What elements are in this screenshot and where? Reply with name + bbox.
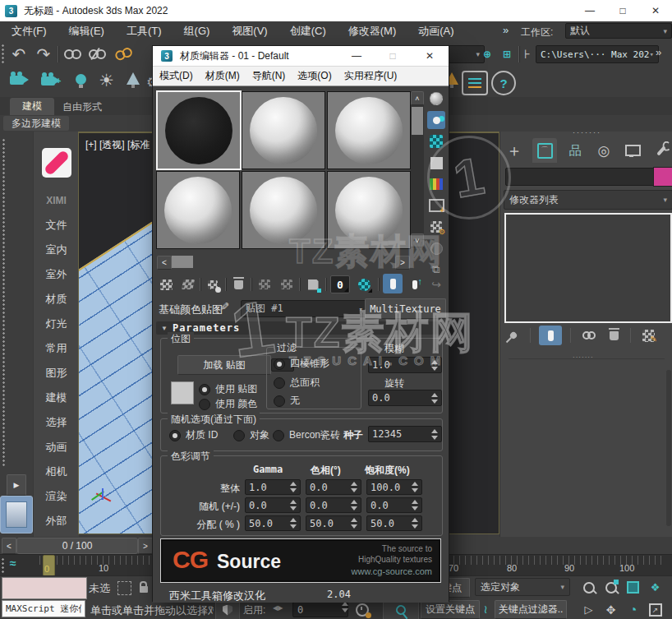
create-light-icon[interactable] [76,74,86,85]
zoom-extents-icon[interactable] [623,577,643,598]
frame-counter[interactable]: 0 / 100 [16,538,138,554]
random-saturation-spinner[interactable]: 0.0 [366,497,422,513]
material-slot[interactable] [242,171,325,249]
rotate-spinner[interactable]: 0.0 [368,390,442,406]
backlight-icon[interactable] [427,111,445,129]
tab-create-icon[interactable]: ＋ [504,140,525,161]
sidebar-item-light[interactable]: 灯光 [34,317,79,330]
expand-panel-button[interactable]: ▶ [7,474,26,496]
time-configuration-clock-icon[interactable] [353,601,371,619]
me-menu-utilities[interactable]: 实用程序(U) [344,69,398,83]
tab-modeling[interactable]: 建模 [10,98,54,115]
undo-icon[interactable]: ↶ [8,44,30,65]
seed-spinner[interactable]: 12345 [368,426,442,442]
sidebar-item-common[interactable]: 常用 [34,342,79,355]
redo-icon[interactable]: ↷ [33,44,54,65]
go-to-parent-icon[interactable]: ↑ [406,275,424,293]
sidebar-item-material[interactable]: 材质 [34,293,79,306]
set-key-mode-button[interactable]: 设置关键点 [421,600,480,619]
me-close-button[interactable]: ✕ [411,46,449,66]
pan-hand-icon[interactable]: ✥ [601,599,621,619]
slots-vertical-scrollbar[interactable]: ˄ ˅ [411,91,424,247]
field-of-view-icon[interactable]: ▷ [578,599,599,619]
filter-summed-area-radio[interactable]: 总面积 [274,376,320,390]
menu-overflow-icon[interactable]: » [503,24,509,36]
maxscript-mini-listener[interactable]: MAXScript 迷你侦听器 [2,600,85,617]
sidebar-item-external[interactable]: 外部 [34,515,79,528]
material-slot[interactable] [242,91,325,169]
object-name-field[interactable] [505,168,660,186]
options-icon[interactable]: ⚙ [427,218,445,236]
rollout-drag-dots[interactable]: ······· [573,353,594,361]
selection-region-icon[interactable] [117,581,131,595]
ximi-logo-icon[interactable] [42,148,71,178]
distribution-gamma-spinner[interactable]: 50.0 [245,515,301,531]
sidebar-item-exterior[interactable]: 室外 [34,268,79,281]
tab-freeform[interactable]: 自由形式 [62,100,102,114]
filter-none-radio[interactable]: 无 [274,394,300,408]
map-type-button[interactable]: MultiTexture [365,298,446,319]
new-key-curve-icon[interactable]: ≀ [478,600,493,617]
sidebar-item-animation[interactable]: 动画 [34,441,79,454]
go-to-sibling-icon[interactable]: ↪ [427,275,445,293]
show-end-result-icon[interactable] [539,326,562,345]
zoom-all-icon[interactable] [601,577,621,598]
material-slot[interactable] [156,171,240,249]
scroll-up-icon[interactable]: ˄ [411,91,424,105]
subtab-polygon-modeling[interactable]: 多边形建模 [3,116,69,131]
random-by-bercon-radio[interactable]: Bercon瓷砖 [273,428,340,442]
me-menu-navigation[interactable]: 导航(N) [252,69,286,83]
edit-named-selection-icon[interactable]: ⊞ [498,44,516,64]
sidebar-item-modeling[interactable]: 建模 [34,391,79,404]
sample-type-icon[interactable] [427,90,445,108]
put-to-library-save-icon[interactable] [304,275,322,293]
menu-edit[interactable]: 编辑(E) [69,24,104,39]
reset-material-trash-icon[interactable] [229,275,247,293]
me-menu-modes[interactable]: 模式(D) [159,69,193,83]
background-icon[interactable] [427,132,445,150]
use-map-radio[interactable]: 使用 贴图 [199,382,257,396]
orbit-icon[interactable]: ◔ [623,599,643,619]
menu-create[interactable]: 创建(C) [290,24,326,39]
sidebar-item-camera[interactable]: 相机 [34,465,79,478]
select-and-link-icon[interactable] [64,49,80,58]
unlink-selection-icon[interactable] [89,49,104,58]
sidebar-item-interior[interactable]: 室内 [34,243,79,256]
sample-uv-tiling-icon[interactable] [427,154,445,172]
sidebar-item-select[interactable]: 选择 [34,416,79,429]
modifier-list-dropdown[interactable]: 修改器列表▾ [504,190,672,210]
load-map-button[interactable]: 加载 贴图 [177,355,271,375]
material-slot[interactable] [327,91,411,169]
create-camera-from-view-icon[interactable]: + [41,76,61,85]
menu-modifiers[interactable]: 修改器(M) [348,24,397,39]
toolbar-overflow-icon[interactable]: » [656,46,661,58]
material-editor-titlebar[interactable]: 3 材质编辑器 - 01 - Default — □ ✕ [153,46,449,67]
tab-modify-icon[interactable]: ⌒ [532,138,557,163]
viewport-layout-tab[interactable] [0,496,33,534]
zoom-extents-all-icon[interactable]: ❖ [645,577,665,598]
listener-log-icon[interactable] [462,71,488,95]
make-material-copy-icon[interactable] [255,275,274,293]
distribution-saturation-spinner[interactable]: 50.0 [366,515,422,531]
viewport-label[interactable]: [+] [透视] [标准 [85,138,150,152]
sidebar-item-shape[interactable]: 图形 [34,367,79,380]
maximize-button[interactable]: □ [606,0,639,21]
random-gamma-spinner[interactable]: 0.0 [245,497,301,513]
use-color-radio[interactable]: 使用 颜色 [199,397,257,411]
me-menu-options[interactable]: 选项(O) [297,69,331,83]
panel-scrollbar[interactable] [666,370,671,526]
random-by-object-radio[interactable]: 对象 [233,428,269,442]
curve-editor-mini-icon[interactable]: ≈ [10,557,16,570]
close-button[interactable]: ✕ [639,0,672,21]
put-material-to-scene-icon[interactable] [179,275,197,293]
video-color-check-icon[interactable] [427,175,445,193]
minimize-button[interactable]: — [573,0,606,21]
panel-drag-handle[interactable]: ······· [573,128,601,136]
workspace-dropdown[interactable]: 默认▾ [565,23,672,39]
bind-to-space-warp-icon[interactable] [115,49,131,58]
sunlight-icon[interactable]: ☀ [99,71,114,90]
frame-spinner[interactable] [342,602,348,612]
parameters-rollout-header[interactable]: ▼ Parameters [156,321,444,335]
object-color-swatch[interactable] [653,167,672,187]
scroll-right-icon[interactable]: > [395,256,410,270]
